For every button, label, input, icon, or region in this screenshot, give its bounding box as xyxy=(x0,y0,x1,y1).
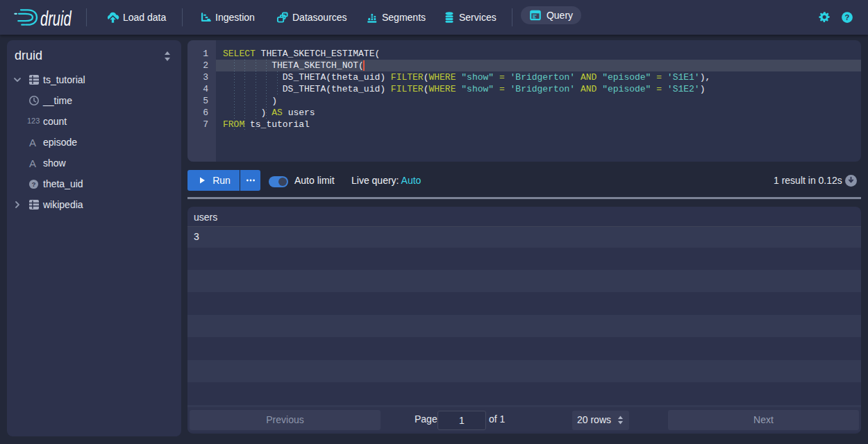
svg-text:?: ? xyxy=(845,13,850,22)
svg-text:?: ? xyxy=(32,180,36,187)
